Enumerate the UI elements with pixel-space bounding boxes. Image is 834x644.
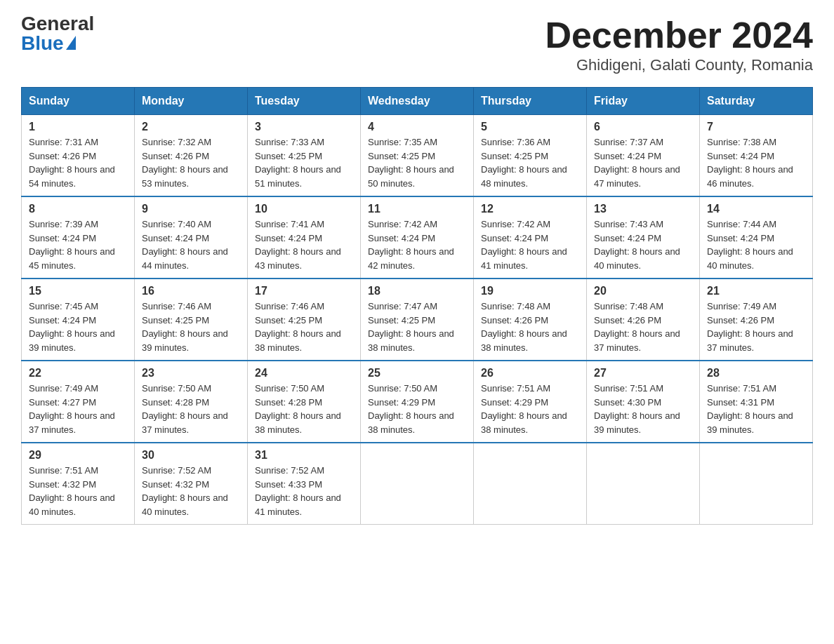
day-info: Sunrise: 7:51 AM Sunset: 4:29 PM Dayligh… — [481, 382, 579, 436]
sunset-label: Sunset: 4:25 PM — [142, 315, 209, 326]
day-number: 8 — [29, 203, 127, 215]
calendar-cell: 24 Sunrise: 7:50 AM Sunset: 4:28 PM Dayl… — [248, 361, 361, 443]
sunrise-label: Sunrise: 7:44 AM — [707, 219, 776, 229]
day-info: Sunrise: 7:32 AM Sunset: 4:26 PM Dayligh… — [142, 135, 240, 190]
day-info: Sunrise: 7:49 AM Sunset: 4:26 PM Dayligh… — [707, 300, 805, 354]
day-info: Sunrise: 7:36 AM Sunset: 4:25 PM Dayligh… — [481, 135, 579, 190]
day-info: Sunrise: 7:50 AM Sunset: 4:28 PM Dayligh… — [142, 382, 240, 436]
sunset-label: Sunset: 4:26 PM — [29, 151, 96, 161]
calendar-cell: 26 Sunrise: 7:51 AM Sunset: 4:29 PM Dayl… — [474, 361, 587, 443]
sunset-label: Sunset: 4:24 PM — [707, 233, 774, 243]
sunrise-label: Sunrise: 7:37 AM — [594, 137, 663, 147]
sunset-label: Sunset: 4:33 PM — [255, 479, 322, 490]
calendar-cell: 7 Sunrise: 7:38 AM Sunset: 4:24 PM Dayli… — [700, 115, 813, 197]
daylight-label: Daylight: 8 hours and 39 minutes. — [594, 410, 680, 435]
calendar-cell: 19 Sunrise: 7:48 AM Sunset: 4:26 PM Dayl… — [474, 279, 587, 361]
calendar-cell — [474, 443, 587, 525]
header-friday: Friday — [587, 88, 700, 115]
day-info: Sunrise: 7:46 AM Sunset: 4:25 PM Dayligh… — [255, 300, 353, 354]
daylight-label: Daylight: 8 hours and 37 minutes. — [594, 328, 680, 353]
sunrise-label: Sunrise: 7:42 AM — [481, 219, 550, 229]
day-number: 18 — [368, 285, 466, 297]
day-number: 19 — [481, 285, 579, 297]
calendar-cell: 17 Sunrise: 7:46 AM Sunset: 4:25 PM Dayl… — [248, 279, 361, 361]
day-number: 7 — [707, 121, 805, 133]
day-number: 20 — [594, 285, 692, 297]
day-number: 22 — [29, 367, 127, 380]
sunset-label: Sunset: 4:28 PM — [142, 397, 209, 408]
day-info: Sunrise: 7:40 AM Sunset: 4:24 PM Dayligh… — [142, 217, 240, 272]
sunrise-label: Sunrise: 7:52 AM — [255, 465, 324, 476]
day-info: Sunrise: 7:48 AM Sunset: 4:26 PM Dayligh… — [481, 300, 579, 354]
header-sunday: Sunday — [22, 88, 135, 115]
calendar-cell: 21 Sunrise: 7:49 AM Sunset: 4:26 PM Dayl… — [700, 279, 813, 361]
day-info: Sunrise: 7:49 AM Sunset: 4:27 PM Dayligh… — [29, 382, 127, 436]
day-number: 1 — [29, 121, 127, 133]
sunrise-label: Sunrise: 7:45 AM — [29, 301, 98, 311]
day-number: 14 — [707, 203, 805, 215]
daylight-label: Daylight: 8 hours and 37 minutes. — [142, 410, 228, 435]
daylight-label: Daylight: 8 hours and 38 minutes. — [481, 328, 567, 353]
day-number: 25 — [368, 367, 466, 380]
daylight-label: Daylight: 8 hours and 39 minutes. — [142, 328, 228, 353]
calendar-cell: 9 Sunrise: 7:40 AM Sunset: 4:24 PM Dayli… — [135, 196, 248, 279]
day-number: 13 — [594, 203, 692, 215]
sunrise-label: Sunrise: 7:51 AM — [594, 383, 663, 394]
sunrise-label: Sunrise: 7:32 AM — [142, 137, 211, 147]
day-number: 3 — [255, 121, 353, 133]
day-info: Sunrise: 7:31 AM Sunset: 4:26 PM Dayligh… — [29, 135, 127, 190]
day-info: Sunrise: 7:33 AM Sunset: 4:25 PM Dayligh… — [255, 135, 353, 190]
day-info: Sunrise: 7:50 AM Sunset: 4:28 PM Dayligh… — [255, 382, 353, 436]
calendar-cell: 20 Sunrise: 7:48 AM Sunset: 4:26 PM Dayl… — [587, 279, 700, 361]
day-info: Sunrise: 7:52 AM Sunset: 4:32 PM Dayligh… — [142, 464, 240, 518]
daylight-label: Daylight: 8 hours and 40 minutes. — [142, 492, 228, 517]
sunset-label: Sunset: 4:24 PM — [594, 151, 661, 161]
calendar-cell: 18 Sunrise: 7:47 AM Sunset: 4:25 PM Dayl… — [361, 279, 474, 361]
sunrise-label: Sunrise: 7:41 AM — [255, 219, 324, 229]
calendar-cell: 22 Sunrise: 7:49 AM Sunset: 4:27 PM Dayl… — [22, 361, 135, 443]
daylight-label: Daylight: 8 hours and 43 minutes. — [255, 246, 341, 271]
sunrise-label: Sunrise: 7:38 AM — [707, 137, 776, 147]
sunrise-label: Sunrise: 7:43 AM — [594, 219, 663, 229]
daylight-label: Daylight: 8 hours and 41 minutes. — [255, 492, 341, 517]
day-number: 5 — [481, 121, 579, 133]
day-number: 11 — [368, 203, 466, 215]
sunrise-label: Sunrise: 7:49 AM — [707, 301, 776, 311]
day-number: 29 — [29, 449, 127, 462]
day-number: 4 — [368, 121, 466, 133]
day-info: Sunrise: 7:51 AM Sunset: 4:32 PM Dayligh… — [29, 464, 127, 518]
day-number: 31 — [255, 449, 353, 462]
day-info: Sunrise: 7:47 AM Sunset: 4:25 PM Dayligh… — [368, 300, 466, 354]
sunset-label: Sunset: 4:26 PM — [142, 151, 209, 161]
daylight-label: Daylight: 8 hours and 38 minutes. — [368, 410, 454, 435]
calendar-cell: 4 Sunrise: 7:35 AM Sunset: 4:25 PM Dayli… — [361, 115, 474, 197]
day-info: Sunrise: 7:37 AM Sunset: 4:24 PM Dayligh… — [594, 135, 692, 190]
daylight-label: Daylight: 8 hours and 46 minutes. — [707, 164, 793, 189]
day-number: 30 — [142, 449, 240, 462]
calendar-cell: 6 Sunrise: 7:37 AM Sunset: 4:24 PM Dayli… — [587, 115, 700, 197]
daylight-label: Daylight: 8 hours and 51 minutes. — [255, 164, 341, 189]
day-number: 16 — [142, 285, 240, 297]
calendar-table: SundayMondayTuesdayWednesdayThursdayFrid… — [21, 87, 813, 525]
sunrise-label: Sunrise: 7:48 AM — [594, 301, 663, 311]
daylight-label: Daylight: 8 hours and 53 minutes. — [142, 164, 228, 189]
calendar-week-3: 15 Sunrise: 7:45 AM Sunset: 4:24 PM Dayl… — [22, 279, 813, 361]
sunset-label: Sunset: 4:25 PM — [481, 151, 548, 161]
sunrise-label: Sunrise: 7:51 AM — [707, 383, 776, 394]
calendar-cell: 29 Sunrise: 7:51 AM Sunset: 4:32 PM Dayl… — [22, 443, 135, 525]
day-number: 23 — [142, 367, 240, 380]
day-number: 28 — [707, 367, 805, 380]
calendar-cell: 5 Sunrise: 7:36 AM Sunset: 4:25 PM Dayli… — [474, 115, 587, 197]
calendar-cell — [361, 443, 474, 525]
logo-blue-text: Blue — [21, 34, 94, 53]
day-number: 21 — [707, 285, 805, 297]
sunset-label: Sunset: 4:24 PM — [368, 233, 435, 243]
day-info: Sunrise: 7:50 AM Sunset: 4:29 PM Dayligh… — [368, 382, 466, 436]
day-info: Sunrise: 7:35 AM Sunset: 4:25 PM Dayligh… — [368, 135, 466, 190]
sunrise-label: Sunrise: 7:52 AM — [142, 465, 211, 476]
calendar-header-row: SundayMondayTuesdayWednesdayThursdayFrid… — [22, 88, 813, 115]
header-wednesday: Wednesday — [361, 88, 474, 115]
sunrise-label: Sunrise: 7:31 AM — [29, 137, 98, 147]
sunrise-label: Sunrise: 7:39 AM — [29, 219, 98, 229]
day-info: Sunrise: 7:45 AM Sunset: 4:24 PM Dayligh… — [29, 300, 127, 354]
